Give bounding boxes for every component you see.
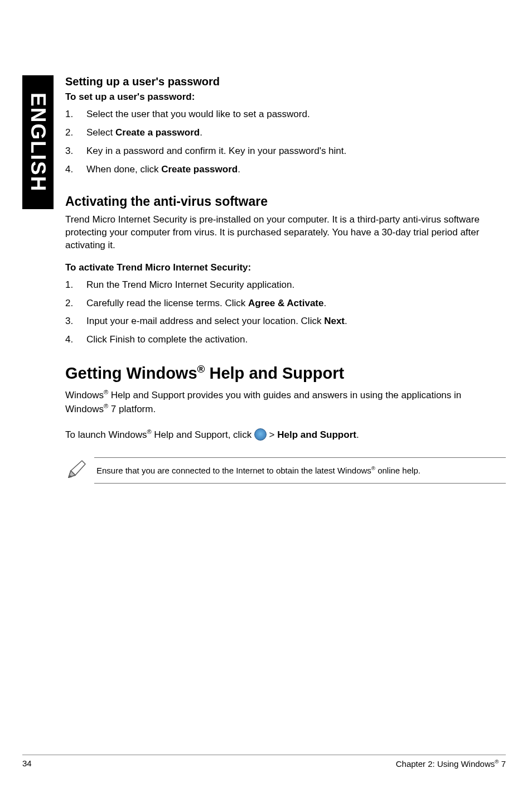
windows-start-orb-icon bbox=[254, 428, 267, 441]
para-fragment: Help and Support, click bbox=[152, 429, 254, 440]
step-text-fragment: Input your e-mail address and select you… bbox=[86, 316, 324, 326]
step-number: 4. bbox=[65, 334, 86, 346]
para-fragment: To launch Windows bbox=[65, 429, 147, 440]
section-heading-set-password: Setting up a user's password bbox=[65, 75, 506, 88]
para-bold: Help and Support bbox=[277, 429, 356, 440]
para-fragment: . bbox=[356, 429, 359, 440]
section-lead-set-password: To set up a user's password: bbox=[65, 91, 506, 103]
registered-mark: ® bbox=[197, 363, 205, 375]
section-heading-antivirus: Activating the anti-virus software bbox=[65, 194, 506, 209]
step-text: Input your e-mail address and select you… bbox=[86, 315, 506, 328]
step-text-fragment: . bbox=[238, 164, 240, 175]
page-footer: 34 Chapter 2: Using Windows® 7 bbox=[22, 755, 506, 769]
para-fragment: Windows bbox=[65, 390, 104, 400]
list-item: 2. Select Create a password. bbox=[65, 127, 506, 139]
help-support-para-2: To launch Windows® Help and Support, cli… bbox=[65, 428, 506, 442]
step-text-bold: Create password bbox=[161, 164, 238, 175]
note-fragment: Ensure that you are connected to the Int… bbox=[96, 466, 371, 475]
step-text-fragment: . bbox=[345, 316, 347, 326]
step-text-fragment: . bbox=[200, 127, 202, 138]
para-fragment: 7 platform. bbox=[108, 403, 156, 414]
heading-fragment: Help and Support bbox=[205, 364, 344, 382]
help-support-para-1: Windows® Help and Support provides you w… bbox=[65, 388, 506, 416]
registered-mark: ® bbox=[104, 403, 108, 409]
note-fragment: online help. bbox=[375, 466, 420, 475]
step-text: Run the Trend Micro Internet Security ap… bbox=[86, 279, 506, 292]
note-block: Ensure that you are connected to the Int… bbox=[65, 457, 506, 484]
step-text: Carefully read the license terms. Click … bbox=[86, 297, 506, 310]
step-text: Key in a password and confirm it. Key in… bbox=[86, 145, 506, 158]
language-side-tab-label: ENGLISH bbox=[26, 93, 50, 192]
step-number: 4. bbox=[65, 163, 86, 176]
list-item: 2. Carefully read the license terms. Cli… bbox=[65, 297, 506, 310]
list-item: 1. Select the user that you would like t… bbox=[65, 108, 506, 121]
list-item: 4. Click Finish to complete the activati… bbox=[65, 334, 506, 346]
step-number: 2. bbox=[65, 297, 86, 310]
step-text-fragment: . bbox=[323, 298, 326, 308]
registered-mark: ® bbox=[371, 465, 375, 471]
step-text: Select the user that you would like to s… bbox=[86, 108, 506, 121]
section-heading-help-support: Getting Windows® Help and Support bbox=[65, 363, 506, 383]
steps-set-password: 1. Select the user that you would like t… bbox=[65, 108, 506, 176]
list-item: 3. Key in a password and confirm it. Key… bbox=[65, 145, 506, 158]
step-text-fragment: Select bbox=[86, 127, 115, 138]
step-number: 3. bbox=[65, 145, 86, 158]
para-fragment: > bbox=[267, 429, 277, 440]
step-text: Click Finish to complete the activation. bbox=[86, 334, 506, 346]
step-text-bold: Next bbox=[324, 316, 345, 326]
note-text: Ensure that you are connected to the Int… bbox=[94, 457, 506, 484]
step-number: 1. bbox=[65, 279, 86, 292]
footer-fragment: Chapter 2: Using Windows bbox=[396, 759, 495, 769]
step-text-bold: Agree & Activate bbox=[248, 298, 323, 308]
heading-fragment: Getting Windows bbox=[65, 364, 197, 382]
section-lead-antivirus: To activate Trend Micro Internet Securit… bbox=[65, 262, 506, 273]
language-side-tab: ENGLISH bbox=[22, 75, 54, 209]
pencil-note-icon bbox=[65, 457, 94, 483]
step-number: 2. bbox=[65, 127, 86, 139]
step-text-bold: Create a password bbox=[115, 127, 200, 138]
footer-fragment: 7 bbox=[499, 759, 506, 769]
step-number: 1. bbox=[65, 108, 86, 121]
section-para-antivirus: Trend Micro Internet Security is pre-ins… bbox=[65, 214, 506, 252]
registered-mark: ® bbox=[104, 389, 108, 395]
list-item: 3. Input your e-mail address and select … bbox=[65, 315, 506, 328]
chapter-label: Chapter 2: Using Windows® 7 bbox=[396, 758, 506, 769]
page-content: Setting up a user's password To set up a… bbox=[65, 75, 506, 484]
step-text: When done, click Create password. bbox=[86, 163, 506, 176]
page-number: 34 bbox=[22, 758, 32, 769]
step-text: Select Create a password. bbox=[86, 127, 506, 139]
step-text-fragment: Carefully read the license terms. Click bbox=[86, 298, 248, 308]
step-number: 3. bbox=[65, 315, 86, 328]
steps-antivirus: 1. Run the Trend Micro Internet Security… bbox=[65, 279, 506, 347]
list-item: 4. When done, click Create password. bbox=[65, 163, 506, 176]
step-text-fragment: When done, click bbox=[86, 164, 161, 175]
list-item: 1. Run the Trend Micro Internet Security… bbox=[65, 279, 506, 292]
registered-mark: ® bbox=[147, 428, 151, 435]
